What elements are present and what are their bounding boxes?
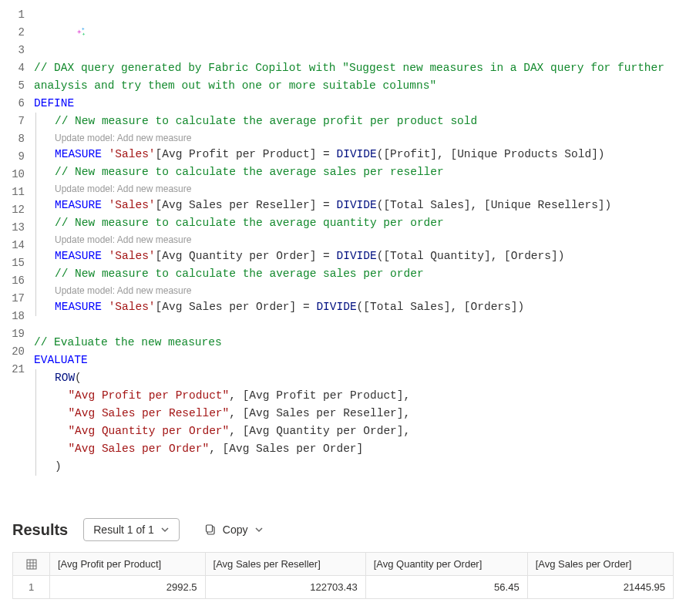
comment-text: // New measure to calculate the average … <box>55 115 477 127</box>
cell-value: 122703.43 <box>205 576 365 599</box>
comment-text: // New measure to calculate the average … <box>55 217 444 229</box>
column-header[interactable]: [Avg Sales per Order] <box>527 553 673 576</box>
keyword-define: DEFINE <box>34 97 74 109</box>
column-header[interactable]: [Avg Sales per Reseller] <box>205 553 365 576</box>
comment-text: // Evaluate the new measures <box>34 336 222 348</box>
measure-definition: MEASURE 'Sales'[Avg Profit per Product] … <box>35 146 680 163</box>
comment-text: // DAX query generated by Fabric Copilot… <box>34 62 664 74</box>
result-selector-dropdown[interactable]: Result 1 of 1 <box>83 518 180 541</box>
codelens-add-measure[interactable]: Update model: Add new measure <box>35 181 680 197</box>
comment-text: analysis and try them out with one or mo… <box>34 79 436 92</box>
copy-button[interactable]: Copy <box>195 519 273 540</box>
result-selector-label: Result 1 of 1 <box>93 523 154 536</box>
svg-rect-2 <box>27 560 36 569</box>
comment-text: // New measure to calculate the average … <box>55 268 424 280</box>
svg-rect-1 <box>206 525 212 532</box>
codelens-add-measure[interactable]: Update model: Add new measure <box>35 232 680 247</box>
copy-icon <box>204 523 217 536</box>
cell-value: 2992.5 <box>50 576 206 599</box>
grid-icon <box>26 559 37 570</box>
row-number: 1 <box>13 576 50 599</box>
results-table: [Avg Profit per Product] [Avg Sales per … <box>12 552 674 599</box>
results-panel: Results Result 1 of 1 Copy [Avg Profit p… <box>0 509 686 614</box>
cell-value: 56.45 <box>365 576 527 599</box>
copilot-badge <box>34 6 680 59</box>
results-title: Results <box>12 521 68 539</box>
column-header[interactable]: [Avg Profit per Product] <box>50 553 206 576</box>
line-number-gutter: 1 2 3 4 5 6 7 8 9 10 11 12 13 14 15 16 1… <box>0 6 34 493</box>
keyword-evaluate: EVALUATE <box>34 354 88 366</box>
column-header[interactable]: [Avg Quantity per Order] <box>365 553 527 576</box>
codelens-add-measure[interactable]: Update model: Add new measure <box>35 283 680 298</box>
measure-definition: MEASURE 'Sales'[Avg Sales per Reseller] … <box>35 197 680 214</box>
copilot-icon <box>74 25 88 39</box>
codelens-add-measure[interactable]: Update model: Add new measure <box>35 130 680 146</box>
chevron-down-icon <box>254 525 264 534</box>
measure-definition: MEASURE 'Sales'[Avg Sales per Order] = D… <box>35 298 680 316</box>
table-row[interactable]: 1 2992.5 122703.43 56.45 21445.95 <box>13 576 674 599</box>
row-number-header <box>13 553 50 576</box>
chevron-down-icon <box>160 525 170 534</box>
copy-label: Copy <box>223 523 248 536</box>
code-editor[interactable]: 1 2 3 4 5 6 7 8 9 10 11 12 13 14 15 16 1… <box>0 0 686 509</box>
measure-definition: MEASURE 'Sales'[Avg Quantity per Order] … <box>35 247 680 265</box>
comment-text: // New measure to calculate the average … <box>55 166 444 178</box>
code-content[interactable]: // DAX query generated by Fabric Copilot… <box>34 6 686 493</box>
cell-value: 21445.95 <box>527 576 673 599</box>
